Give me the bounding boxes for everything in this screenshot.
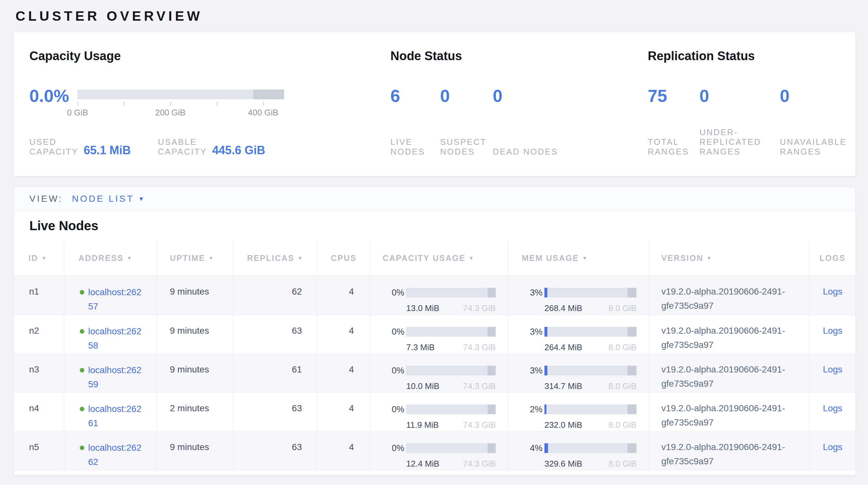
- mem-usage-cell: 3% 264.4 MiB 8.0 GiB: [508, 315, 649, 354]
- node-address-link[interactable]: localhost:26261: [88, 402, 144, 431]
- mem-used-value: 329.6 MiB: [545, 459, 582, 469]
- replication-status-section: Replication Status 75 TOTAL RANGES 0 UND…: [648, 49, 864, 176]
- mem-meter-used: [545, 327, 547, 337]
- logs-link[interactable]: Logs: [823, 325, 842, 336]
- mem-usage-cell: 3% 314.7 MiB 8.0 GiB: [508, 354, 649, 393]
- live-nodes-title: Live Nodes: [29, 218, 856, 233]
- mem-meter-reserved: [627, 327, 637, 337]
- mem-meter-used: [545, 366, 547, 375]
- mem-meter-reserved: [627, 288, 637, 297]
- capacity-bar: [78, 90, 284, 99]
- column-header[interactable]: ID ▼: [14, 240, 64, 276]
- live-nodes-card: VIEW: NODE LIST ▾ Live Nodes ID ▼ ADDRES…: [13, 187, 856, 475]
- capacity-percent: 0.0%: [29, 87, 69, 105]
- table-row: n3 localhost:26259 9 minutes 61 4 0%: [14, 354, 856, 393]
- stat-label: UNAVAILABLE RANGES: [780, 105, 864, 156]
- mem-meter: [545, 288, 637, 297]
- capacity-meter: [406, 366, 496, 375]
- cpus-cell: 4: [317, 315, 370, 354]
- table-row: n1 localhost:26257 9 minutes 62 4 0%: [14, 276, 856, 315]
- column-header[interactable]: ADDRESS ▼: [64, 240, 157, 276]
- node-status-stats: 6 LIVE NODES 0 SUSPECT NODES 0 DEAD NODE…: [391, 87, 648, 156]
- node-address-link[interactable]: localhost:26258: [88, 324, 144, 354]
- sort-arrow-icon: ▼: [707, 255, 712, 261]
- stat-value: 0: [493, 87, 561, 105]
- column-header[interactable]: UPTIME ▼: [157, 240, 233, 276]
- column-header-label: UPTIME: [170, 254, 205, 263]
- view-selector[interactable]: NODE LIST: [72, 194, 134, 204]
- column-header[interactable]: CAPACITY USAGE ▼: [370, 240, 508, 276]
- capacity-axis: 0 GiB 200 GiB 400 GiB: [78, 102, 284, 121]
- capacity-bar-reserved: [253, 90, 284, 99]
- table-row: n2 localhost:26258 9 minutes 63 4 0%: [14, 315, 856, 354]
- node-status-stat: 6 LIVE NODES: [391, 87, 440, 156]
- stat-value: 6: [391, 87, 440, 105]
- logs-link[interactable]: Logs: [823, 364, 842, 374]
- mem-percent-label: 3%: [515, 366, 542, 391]
- node-status-section: Node Status 6 LIVE NODES 0 SUSPECT NODES…: [391, 49, 648, 176]
- column-header-label: MEM USAGE: [522, 254, 579, 263]
- capacity-total-value: 74.3 GiB: [463, 420, 496, 430]
- mem-total-value: 8.0 GiB: [609, 459, 637, 469]
- logs-link[interactable]: Logs: [823, 403, 842, 413]
- mem-meter-reserved: [627, 443, 637, 453]
- node-address-cell: localhost:26262: [64, 432, 157, 470]
- replicas-cell: 61: [233, 354, 317, 393]
- stat-value: 0: [440, 87, 493, 105]
- axis-tick: [78, 102, 78, 106]
- logs-cell: Logs: [809, 354, 856, 393]
- capacity-percent-label: 0%: [376, 288, 404, 313]
- logs-cell: Logs: [809, 315, 856, 354]
- node-address-link[interactable]: localhost:26262: [88, 441, 144, 470]
- node-address-link[interactable]: localhost:26259: [88, 363, 144, 393]
- table-header-row: ID ▼ ADDRESS ▼ UPTIME ▼ REPLICAS ▼ CPUS: [14, 240, 856, 276]
- replication-status-stats: 75 TOTAL RANGES 0 UNDER-REPLICATED RANGE…: [648, 87, 864, 156]
- mem-meter: [545, 404, 637, 414]
- replicas-cell: 62: [233, 276, 317, 315]
- chevron-down-icon[interactable]: ▾: [140, 195, 143, 203]
- capacity-total-value: 74.3 GiB: [463, 381, 496, 391]
- mem-total-value: 8.0 GiB: [609, 381, 637, 391]
- column-header[interactable]: REPLICAS ▼: [233, 240, 317, 276]
- stat-label: LIVE NODES: [391, 105, 440, 156]
- capacity-stat: USABLE CAPACITY 445.6 GiB: [158, 137, 265, 156]
- mem-used-value: 314.7 MiB: [545, 381, 582, 391]
- capacity-total-value: 74.3 GiB: [463, 303, 496, 313]
- node-live-dot-icon: [80, 407, 84, 411]
- mem-meter-reserved: [627, 366, 637, 375]
- capacity-usage-cell: 0% 13.0 MiB 74.3 GiB: [370, 276, 508, 315]
- mem-meter-used: [545, 288, 547, 297]
- mem-meter-used: [545, 404, 547, 414]
- replicas-cell: 63: [233, 432, 317, 470]
- stat-label: TOTAL RANGES: [648, 105, 700, 156]
- node-id-cell: n3: [14, 354, 64, 393]
- mem-total-value: 8.0 GiB: [609, 420, 637, 430]
- column-header[interactable]: MEM USAGE ▼: [508, 240, 649, 276]
- column-header: LOGS: [809, 240, 856, 276]
- table-row: n5 localhost:26262 9 minutes 63 4 0%: [14, 431, 856, 470]
- capacity-total-value: 74.3 GiB: [463, 342, 496, 352]
- mem-used-value: 268.4 MiB: [545, 303, 582, 313]
- capacity-meter: [406, 443, 496, 453]
- column-header-label: CPUS: [331, 254, 356, 263]
- uptime-cell: 9 minutes: [157, 276, 233, 315]
- column-header[interactable]: VERSION ▼: [649, 240, 809, 276]
- capacity-meter: [406, 288, 496, 297]
- stat-label: SUSPECT NODES: [440, 105, 493, 156]
- node-address-link[interactable]: localhost:26257: [88, 285, 144, 315]
- logs-link[interactable]: Logs: [823, 442, 842, 452]
- mem-percent-label: 2%: [515, 404, 542, 430]
- capacity-usage-cell: 0% 10.0 MiB 74.3 GiB: [370, 354, 508, 393]
- replication-status-stat: 75 TOTAL RANGES: [648, 87, 700, 156]
- node-address-cell: localhost:26258: [64, 315, 157, 354]
- version-cell: v19.2.0-alpha.20190606-2491-gfe735c9a97: [649, 315, 809, 354]
- logs-link[interactable]: Logs: [823, 286, 842, 296]
- mem-meter-reserved: [627, 404, 637, 414]
- replicas-cell: 63: [233, 393, 317, 431]
- version-cell: v19.2.0-alpha.20190606-2491-gfe735c9a97: [649, 393, 809, 431]
- axis-tick: [217, 102, 217, 106]
- axis-tick-label: 200 GiB: [155, 108, 185, 118]
- mem-usage-cell: 3% 268.4 MiB 8.0 GiB: [508, 276, 649, 315]
- node-live-dot-icon: [80, 368, 84, 372]
- capacity-stats: USED CAPACITY 65.1 MiB USABLE CAPACITY 4…: [29, 137, 391, 156]
